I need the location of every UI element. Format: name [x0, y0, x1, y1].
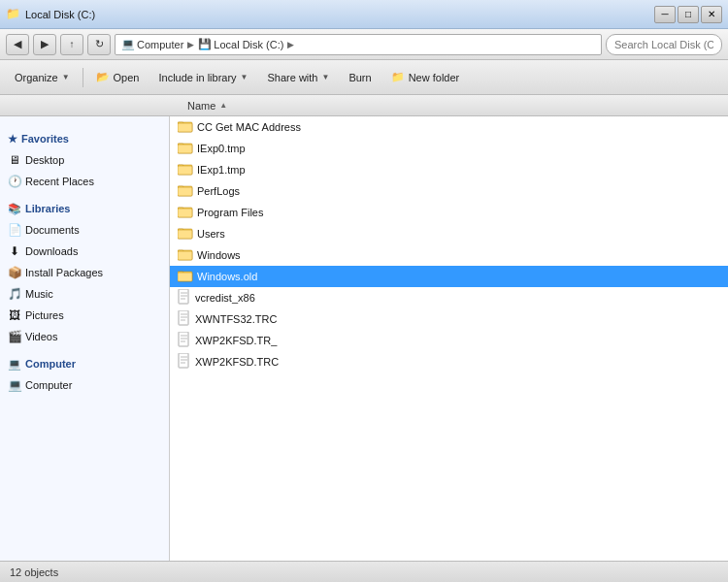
svg-rect-23: [178, 273, 192, 281]
new-folder-button[interactable]: 📁 New folder: [382, 64, 469, 91]
file-name: IExp0.tmp: [197, 143, 246, 154]
downloads-icon: ⬇: [8, 244, 21, 258]
window-icon: 📁: [6, 7, 21, 22]
refresh-button[interactable]: ↻: [87, 34, 111, 55]
documents-icon: 📄: [8, 223, 21, 237]
downloads-label: Downloads: [25, 245, 78, 257]
path-computer[interactable]: 💻 Computer: [121, 38, 183, 50]
sidebar-section-computer: 💻 Computer: [0, 353, 169, 374]
svg-rect-2: [178, 123, 192, 132]
pictures-label: Pictures: [25, 309, 64, 321]
folder-icon: [178, 119, 193, 135]
toolbar-separator-1: [83, 68, 83, 87]
libraries-icon: 📚: [8, 203, 21, 215]
music-label: Music: [25, 288, 53, 300]
folder-icon: [178, 183, 193, 199]
folder-icon: [178, 226, 193, 242]
svg-rect-32: [179, 332, 188, 346]
file-item-5[interactable]: Users: [170, 223, 728, 244]
path-localdisk-label: Local Disk (C:): [214, 39, 283, 50]
file-name: XWNTFS32.TRC: [195, 313, 277, 325]
address-path[interactable]: 💻 Computer ▶ 💾 Local Disk (C:) ▶: [115, 34, 602, 55]
open-icon: 📂: [96, 71, 110, 83]
burn-button[interactable]: Burn: [340, 64, 380, 91]
file-name: Users: [197, 228, 225, 240]
sidebar-item-recent-places[interactable]: 🕐 Recent Places: [0, 171, 169, 192]
svg-rect-36: [179, 353, 188, 368]
name-column-header[interactable]: Name ▲: [180, 100, 235, 112]
doc-icon: [178, 332, 191, 349]
sidebar-section-libraries: 📚 Libraries: [0, 198, 169, 219]
forward-button[interactable]: ▶: [33, 34, 56, 55]
file-name: XWP2KFSD.TR_: [195, 335, 277, 346]
organize-button[interactable]: Organize ▼: [6, 64, 79, 91]
file-name: Windows: [197, 249, 241, 261]
file-name: Windows.old: [197, 271, 257, 282]
back-button[interactable]: ◀: [6, 34, 29, 55]
computer-item-label: Computer: [25, 379, 72, 391]
doc-icon: [178, 353, 191, 371]
recent-icon: 🕐: [8, 175, 21, 188]
file-list: CC Get MAC Address IExp0.tmp IExp1.tmp P…: [170, 116, 728, 582]
disk-icon: 💾: [198, 38, 212, 50]
main-area: ★ Favorites 🖥 Desktop 🕐 Recent Places 📚 …: [0, 116, 728, 582]
favorites-icon: ★: [8, 133, 17, 146]
sidebar-item-music[interactable]: 🎵 Music: [0, 283, 169, 305]
file-item-9[interactable]: XWNTFS32.TRC: [170, 308, 728, 330]
sidebar-item-install-packages[interactable]: 📦 Install Packages: [0, 262, 169, 283]
path-separator-1: ▶: [187, 40, 194, 49]
share-with-button[interactable]: Share with ▼: [259, 64, 339, 91]
computer-item-icon: 💻: [8, 378, 21, 392]
file-item-6[interactable]: Windows: [170, 244, 728, 266]
file-item-1[interactable]: IExp0.tmp: [170, 138, 728, 159]
file-name: IExp1.tmp: [197, 164, 246, 176]
file-name: PerfLogs: [197, 185, 240, 197]
path-localdisk[interactable]: 💾 Local Disk (C:): [198, 38, 283, 50]
file-item-7[interactable]: Windows.old: [170, 266, 728, 287]
sidebar-item-computer[interactable]: 💻 Computer: [0, 374, 169, 396]
file-item-8[interactable]: vcredist_x86: [170, 287, 728, 308]
sidebar-item-downloads[interactable]: ⬇ Downloads: [0, 241, 169, 262]
svg-rect-17: [178, 230, 192, 239]
toolbar: Organize ▼ 📂 Open Include in library ▼ S…: [0, 60, 728, 95]
file-name: XWP2KFSD.TRC: [195, 356, 279, 368]
sidebar-item-videos[interactable]: 🎬 Videos: [0, 326, 169, 347]
computer-icon: 💻: [121, 38, 135, 50]
window-controls[interactable]: ─ □ ✕: [654, 6, 722, 23]
open-button[interactable]: 📂 Open: [87, 64, 149, 91]
up-button[interactable]: ↑: [60, 34, 83, 55]
open-label: Open: [114, 72, 140, 83]
file-name: vcredist_x86: [195, 292, 255, 304]
path-computer-label: Computer: [137, 39, 183, 50]
minimize-button[interactable]: ─: [654, 6, 676, 23]
file-item-10[interactable]: XWP2KFSD.TR_: [170, 330, 728, 351]
close-button[interactable]: ✕: [701, 6, 722, 23]
title-bar: 📁 Local Disk (C:) ─ □ ✕: [0, 0, 728, 29]
svg-rect-28: [179, 310, 188, 325]
item-count: 12 objects: [10, 566, 58, 578]
videos-icon: 🎬: [8, 330, 21, 343]
include-library-button[interactable]: Include in library ▼: [149, 64, 256, 91]
sidebar-item-desktop[interactable]: 🖥 Desktop: [0, 149, 169, 171]
file-item-0[interactable]: CC Get MAC Address: [170, 116, 728, 138]
sidebar-item-pictures[interactable]: 🖼 Pictures: [0, 305, 169, 326]
file-item-11[interactable]: XWP2KFSD.TRC: [170, 351, 728, 372]
file-item-2[interactable]: IExp1.tmp: [170, 159, 728, 180]
music-icon: 🎵: [8, 287, 21, 301]
sort-arrow-icon: ▲: [219, 101, 227, 110]
sidebar-item-documents[interactable]: 📄 Documents: [0, 219, 169, 241]
include-label: Include in library: [158, 72, 236, 83]
file-item-3[interactable]: PerfLogs: [170, 180, 728, 202]
name-column-label: Name: [187, 100, 215, 112]
search-input[interactable]: [606, 34, 722, 55]
computer-section-icon: 💻: [8, 358, 21, 371]
recent-label: Recent Places: [25, 176, 94, 187]
share-arrow: ▼: [321, 73, 329, 81]
computer-section-label: Computer: [25, 358, 76, 370]
organize-label: Organize: [15, 72, 58, 83]
svg-rect-11: [178, 187, 192, 196]
file-item-4[interactable]: Program Files: [170, 202, 728, 223]
pictures-icon: 🖼: [8, 308, 21, 322]
maximize-button[interactable]: □: [678, 6, 699, 23]
file-name: CC Get MAC Address: [197, 121, 301, 133]
